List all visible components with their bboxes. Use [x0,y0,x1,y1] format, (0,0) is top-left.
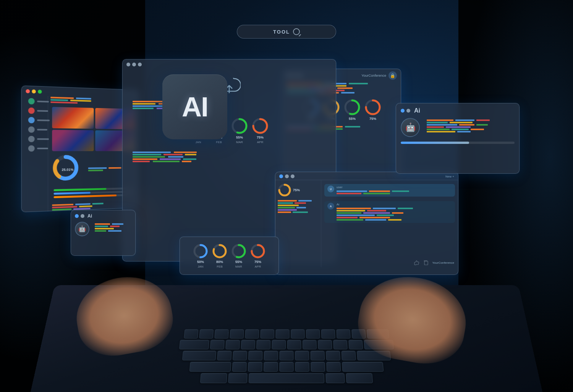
sidebar-item-3[interactable] [27,116,45,124]
bottom-metric-75-label: APR [255,265,261,268]
metric-55: 55% MAR [231,118,248,144]
right-metric-55-val: 55% [349,117,356,121]
key [230,329,244,339]
key-caps [182,351,216,360]
ai-logo-box: AI [162,74,227,139]
left-analytics-panel: 25.01% [21,85,139,212]
chat-user-message: U user [324,184,455,197]
key [225,340,240,350]
key [287,340,301,350]
bottom-donut-50 [193,244,208,259]
key [306,329,320,339]
cloud-upload-section [123,72,336,97]
robot-avatar-top: 🤖 [401,118,420,137]
search-icon [293,28,300,35]
ai-small-dot-2 [406,109,410,113]
progress-bar-3 [53,194,133,198]
search-bar[interactable]: TOOL [237,25,336,39]
key [241,340,255,350]
key-shift-right [342,362,384,372]
right-donut-75 [364,99,381,116]
dot-yellow [32,89,36,94]
key [264,362,278,372]
key-alt-right [325,373,345,383]
metric-55-label: MAR [236,140,243,144]
key-ctrl-left [200,373,227,383]
right-metric-75: 75% [364,99,381,121]
sidebar-circle-5 [28,136,35,142]
robot-face-icon: 🤖 [405,123,416,133]
key [336,329,350,339]
key [275,329,289,339]
bottom-circular-metrics: 50% JAN 80% FEB 55% MAR 75% APR [180,237,278,274]
user-name: user [337,186,452,189]
bottom-donut-80 [212,244,227,259]
chat-dot-2 [285,174,289,178]
metric-75: 75% APR [252,118,269,144]
svg-rect-22 [424,261,428,265]
key [326,351,340,360]
key [260,329,274,339]
robot-face-bottom-icon: 🤖 [78,225,86,233]
user-avatar: U [327,186,334,192]
sidebar-item-4[interactable] [27,125,45,134]
right-metric-55: 55% [344,99,361,121]
dot-1 [126,63,130,66]
key [311,351,325,360]
user-message-content: user [337,186,452,195]
key [321,329,335,339]
sidebar-item-2[interactable] [27,106,45,115]
metric-75-val: 75% [257,136,264,139]
sidebar-item-5[interactable] [27,135,45,144]
ai-small-bottom-code [92,222,131,236]
bottom-metric-55-val: 55% [235,260,242,264]
sidebar-circle-3 [28,117,35,123]
bottom-metric-75-val: 75% [254,260,261,264]
key [318,340,332,350]
key [279,362,293,372]
key-wider [179,340,209,350]
key [214,329,229,339]
right-metric-75-val: 75% [369,117,376,121]
thumbnail-1 [52,107,94,129]
left-panel-sidebar [24,95,48,213]
key [342,351,356,360]
key [233,351,247,360]
thumbnail-3 [52,130,94,151]
dot-2 [132,63,136,66]
chat-donut-val: 75% [293,188,300,192]
ai-small-panel-bottom: Ai 🤖 [71,210,136,256]
metric-80-label: FEB [216,140,222,144]
ai-small-bottom-dot-1 [75,214,79,218]
bottom-metric-80-label: FEB [217,265,223,268]
key [199,329,214,339]
key [256,340,270,350]
bottom-metrics-panel: 50% JAN 80% FEB 55% MAR 75% APR [180,237,279,275]
ai-avatar: A [327,203,334,210]
key [348,340,363,350]
chat-sidebar-items [277,199,319,214]
key [295,351,309,360]
code-lines-bottom [130,150,328,164]
chat-dot-3 [291,174,295,178]
sidebar-circle-1 [28,98,35,105]
sidebar-item-6[interactable] [27,144,45,153]
key [248,362,262,372]
ai-logo-text: AI [182,91,208,123]
key-alt-left [228,373,248,383]
bottom-metric-50: 50% JAN [193,244,208,268]
sidebar-circle-4 [28,126,35,133]
bottom-donut-75 [250,244,265,259]
chat-new-label: New + [445,175,454,178]
key [210,340,225,350]
sidebar-item-1[interactable] [27,97,45,106]
bottom-metric-55-label: MAR [235,265,242,268]
donut-value-left: 25.01% [62,168,74,171]
key [245,329,259,339]
thumbs-up-icon [414,260,420,266]
bottom-metric-75: 75% APR [250,244,265,268]
copy-icon [423,260,429,266]
ai-small-top-code [424,118,515,137]
key [311,362,325,372]
bottom-metric-50-label: JAN [197,265,203,268]
